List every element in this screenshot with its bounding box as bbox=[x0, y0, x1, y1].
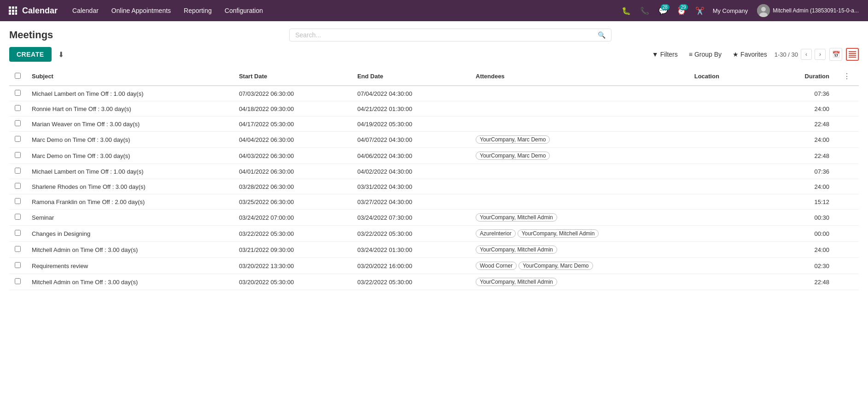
cell-attendees: YourCompany, Marc Demo bbox=[470, 132, 689, 148]
cell-attendees: YourCompany, Mitchell Admin bbox=[470, 242, 689, 258]
nav-calendar[interactable]: Calendar bbox=[67, 0, 104, 21]
row-checkbox[interactable] bbox=[15, 105, 21, 111]
row-checkbox[interactable] bbox=[15, 136, 21, 142]
table-row: Marc Demo on Time Off : 3.00 day(s)04/03… bbox=[9, 148, 859, 164]
attendee-tag[interactable]: Wood Corner bbox=[476, 262, 517, 270]
phone-icon[interactable]: 📞 bbox=[637, 3, 652, 18]
group-by-button[interactable]: ≡ Group By bbox=[685, 49, 725, 60]
cell-start-date: 03/28/2022 06:30:00 bbox=[233, 179, 352, 194]
attendee-tag[interactable]: YourCompany, Marc Demo bbox=[476, 135, 550, 144]
cell-subject[interactable]: Ronnie Hart on Time Off : 3.00 day(s) bbox=[26, 101, 233, 117]
row-checkbox[interactable] bbox=[15, 120, 21, 126]
attendee-tag[interactable]: YourCompany, Mitchell Admin bbox=[476, 213, 557, 222]
cell-attendees: YourCompany, Mitchell Admin bbox=[470, 274, 689, 290]
toolbar: CREATE ⬇ ▼ Filters ≡ Group By ★ Favorite… bbox=[9, 47, 859, 62]
calendar-view-button[interactable]: 📅 bbox=[829, 48, 842, 61]
select-all-checkbox[interactable] bbox=[15, 73, 21, 79]
cell-subject[interactable]: Mitchell Admin on Time Off : 3.00 day(s) bbox=[26, 274, 233, 290]
col-start-date[interactable]: Start Date bbox=[233, 67, 352, 86]
nav-online-appointments[interactable]: Online Appointments bbox=[106, 0, 176, 21]
clock-icon[interactable]: ⏰ 29 bbox=[674, 3, 689, 18]
cell-subject[interactable]: Marian Weaver on Time Off : 3.00 day(s) bbox=[26, 117, 233, 132]
cell-start-date: 03/20/2022 05:30:00 bbox=[233, 274, 352, 290]
cell-subject[interactable]: Requirements review bbox=[26, 258, 233, 274]
svg-rect-13 bbox=[849, 53, 856, 54]
row-checkbox[interactable] bbox=[15, 214, 21, 220]
user-menu[interactable]: Mitchell Admin (13853091-15-0-a... bbox=[753, 4, 862, 17]
cell-location bbox=[689, 258, 778, 274]
nav-configuration[interactable]: Configuration bbox=[219, 0, 268, 21]
attendee-tag[interactable]: YourCompany, Mitchell Admin bbox=[476, 245, 557, 254]
cell-subject[interactable]: Michael Lambert on Time Off : 1.00 day(s… bbox=[26, 86, 233, 101]
cell-subject[interactable]: Changes in Designing bbox=[26, 226, 233, 242]
cell-end-date: 03/24/2022 01:30:00 bbox=[352, 242, 470, 258]
col-attendees[interactable]: Attendees bbox=[470, 67, 689, 86]
cell-subject[interactable]: Michael Lambert on Time Off : 1.00 day(s… bbox=[26, 164, 233, 179]
next-page-button[interactable]: › bbox=[815, 49, 826, 60]
svg-rect-3 bbox=[9, 10, 11, 12]
list-view-button[interactable] bbox=[846, 48, 859, 61]
row-checkbox[interactable] bbox=[15, 278, 21, 284]
col-end-date[interactable]: End Date bbox=[352, 67, 470, 86]
cell-duration: 24:00 bbox=[778, 101, 835, 117]
col-location[interactable]: Location bbox=[689, 67, 778, 86]
cell-subject[interactable]: Ramona Franklin on Time Off : 2.00 day(s… bbox=[26, 194, 233, 210]
cell-subject[interactable]: Mitchell Admin on Time Off : 3.00 day(s) bbox=[26, 242, 233, 258]
prev-page-button[interactable]: ‹ bbox=[801, 49, 812, 60]
app-name: Calendar bbox=[22, 6, 58, 16]
col-subject[interactable]: Subject bbox=[26, 67, 233, 86]
row-checkbox[interactable] bbox=[15, 230, 21, 236]
cell-subject[interactable]: Marc Demo on Time Off : 3.00 day(s) bbox=[26, 148, 233, 164]
cell-location bbox=[689, 210, 778, 226]
row-checkbox[interactable] bbox=[15, 90, 21, 96]
group-by-icon: ≡ bbox=[689, 51, 693, 58]
attendee-tag[interactable]: YourCompany, Mitchell Admin bbox=[476, 278, 557, 286]
main-content: Meetings 🔍 CREATE ⬇ ▼ Filters ≡ Group By… bbox=[0, 21, 868, 298]
attendee-tag[interactable]: YourCompany, Mitchell Admin bbox=[518, 229, 599, 238]
svg-rect-0 bbox=[9, 6, 11, 9]
grid-menu-icon[interactable]: ​ bbox=[6, 3, 20, 18]
cell-duration: 24:00 bbox=[778, 242, 835, 258]
cell-subject[interactable]: Marc Demo on Time Off : 3.00 day(s) bbox=[26, 132, 233, 148]
attendee-tag[interactable]: YourCompany, Marc Demo bbox=[476, 152, 550, 160]
page-title: Meetings bbox=[9, 29, 53, 41]
settings-icon[interactable]: ✂️ bbox=[693, 3, 707, 18]
create-button[interactable]: CREATE bbox=[9, 47, 52, 62]
favorites-button[interactable]: ★ Favorites bbox=[729, 49, 771, 60]
nav-reporting[interactable]: Reporting bbox=[178, 0, 217, 21]
col-duration[interactable]: Duration bbox=[778, 67, 835, 86]
table-row: Ronnie Hart on Time Off : 3.00 day(s)04/… bbox=[9, 101, 859, 117]
row-checkbox[interactable] bbox=[15, 168, 21, 174]
download-button[interactable]: ⬇ bbox=[55, 48, 67, 61]
cell-end-date: 07/04/2022 04:30:00 bbox=[352, 86, 470, 101]
row-checkbox[interactable] bbox=[15, 198, 21, 204]
attendee-tag[interactable]: AzureInterior bbox=[476, 229, 516, 238]
cell-location bbox=[689, 242, 778, 258]
cell-location bbox=[689, 86, 778, 101]
filters-button[interactable]: ▼ Filters bbox=[648, 49, 682, 60]
chat-icon[interactable]: 💬 28 bbox=[656, 3, 670, 18]
row-checkbox[interactable] bbox=[15, 152, 21, 158]
svg-rect-7 bbox=[12, 12, 14, 15]
attendee-tag[interactable]: YourCompany, Marc Demo bbox=[518, 262, 593, 270]
cell-start-date: 04/01/2022 06:30:00 bbox=[233, 164, 352, 179]
row-checkbox[interactable] bbox=[15, 262, 21, 268]
bug-icon[interactable]: 🐛 bbox=[619, 3, 634, 18]
svg-rect-15 bbox=[849, 57, 856, 58]
row-checkbox[interactable] bbox=[15, 183, 21, 189]
pagination-text: 1-30 / 30 bbox=[775, 51, 798, 58]
search-input[interactable] bbox=[295, 31, 598, 39]
company-selector[interactable]: My Company bbox=[709, 7, 752, 14]
row-checkbox[interactable] bbox=[15, 246, 21, 252]
filters-label: Filters bbox=[660, 51, 678, 58]
cell-subject[interactable]: Sharlene Rhodes on Time Off : 3.00 day(s… bbox=[26, 179, 233, 194]
table-row: Ramona Franklin on Time Off : 2.00 day(s… bbox=[9, 194, 859, 210]
favorites-label: Favorites bbox=[740, 51, 767, 58]
cell-subject[interactable]: Seminar bbox=[26, 210, 233, 226]
cell-start-date: 04/17/2022 05:30:00 bbox=[233, 117, 352, 132]
cell-end-date: 03/27/2022 04:30:00 bbox=[352, 194, 470, 210]
avatar bbox=[757, 4, 770, 17]
cell-attendees: AzureInteriorYourCompany, Mitchell Admin bbox=[470, 226, 689, 242]
cell-end-date: 04/07/2022 04:30:00 bbox=[352, 132, 470, 148]
column-options-button[interactable]: ⋮ bbox=[840, 71, 853, 82]
